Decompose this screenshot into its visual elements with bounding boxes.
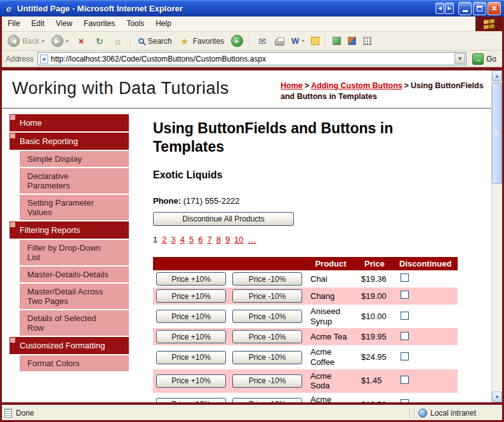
web-page: Working with Data Tutorials Home>Adding …: [2, 70, 491, 402]
page-header: Working with Data Tutorials Home>Adding …: [2, 70, 491, 109]
discontinued-checkbox[interactable]: [401, 332, 409, 340]
favorites-icon: ★: [179, 36, 190, 47]
menu-item-view[interactable]: View: [50, 16, 78, 31]
maximize-button[interactable]: [473, 2, 486, 15]
sidebar-item-setting-parameter-values[interactable]: Setting Parameter Values: [20, 195, 129, 220]
sidebar-item-simple-display[interactable]: Simple Display: [20, 151, 129, 167]
discontinued-checkbox[interactable]: [401, 399, 409, 402]
scroll-down-button[interactable]: ▼: [492, 392, 502, 402]
toolbar-separator: [326, 34, 326, 48]
scrollbar-thumb[interactable]: [492, 82, 502, 184]
menu-item-help[interactable]: Help: [150, 16, 177, 31]
price-up-button[interactable]: Price +10%: [156, 330, 226, 343]
print-button[interactable]: [272, 36, 288, 47]
sidebar-item-master-detail-across-two-pages[interactable]: Master/Detail Across Two Pages: [20, 284, 129, 309]
discuss-icon: [311, 37, 319, 45]
messenger-icon: [348, 37, 356, 45]
status-separator: [409, 408, 410, 418]
discontinued-cell: [393, 393, 458, 402]
discuss-button[interactable]: [308, 36, 322, 46]
pager-link-6[interactable]: 6: [198, 235, 202, 244]
menu-item-favorites[interactable]: Favorites: [78, 16, 121, 31]
sidebar-item-format-colors[interactable]: Format Colors: [20, 355, 129, 371]
price-up-button[interactable]: Price +10%: [156, 272, 226, 286]
mail-button[interactable]: ✉: [253, 34, 271, 48]
back-button[interactable]: ◀ Back ▾: [4, 34, 48, 48]
product-price: $19.00: [356, 287, 393, 305]
product-row-aniseed-syrup: Price +10%Price -10%Aniseed Syrup$10.00: [153, 305, 458, 328]
discontinued-checkbox[interactable]: [401, 291, 409, 299]
refresh-button[interactable]: ↻: [91, 34, 109, 48]
sidebar-item-declarative-parameters[interactable]: Declarative Parameters: [20, 168, 129, 194]
menu-item-file[interactable]: File: [2, 16, 25, 31]
minimize-button[interactable]: [458, 2, 472, 15]
price-up-button[interactable]: Price +10%: [156, 398, 226, 402]
favorites-button[interactable]: ★ Favorites: [176, 34, 227, 48]
breadcrumb-home-link[interactable]: Home: [281, 81, 303, 90]
sidebar-item-details-of-selected-row[interactable]: Details of Selected Row: [20, 310, 129, 336]
address-dropdown-button[interactable]: ▼: [454, 53, 465, 64]
sidebar-section-customized-formatting[interactable]: Customized Formatting: [10, 337, 129, 354]
price-up-button[interactable]: Price +10%: [156, 289, 226, 303]
close-button[interactable]: ×: [487, 2, 501, 15]
price-down-button[interactable]: Price -10%: [232, 398, 302, 402]
home-button[interactable]: ⌂: [109, 34, 127, 48]
nav-right-button[interactable]: ▶: [445, 3, 454, 14]
messenger-button[interactable]: [345, 36, 359, 46]
price-down-button[interactable]: Price -10%: [232, 272, 302, 286]
discontinued-checkbox[interactable]: [401, 274, 409, 282]
price-down-button[interactable]: Price -10%: [232, 374, 302, 388]
address-bar: Address e ▼ → Go: [2, 51, 502, 67]
phone-line: Phone: (171) 555-2222: [153, 196, 481, 206]
print-icon: [275, 39, 284, 46]
nav-left-button[interactable]: ◀: [435, 3, 444, 14]
research-button[interactable]: [360, 36, 375, 46]
menu-item-edit[interactable]: Edit: [25, 16, 50, 31]
msn-button[interactable]: [329, 36, 344, 46]
price-up-button[interactable]: Price +10%: [156, 374, 226, 388]
price-up-button[interactable]: Price +10%: [156, 310, 226, 323]
pager-link-10[interactable]: 10: [234, 235, 243, 244]
sidebar-item-master-details-details[interactable]: Master-Details-Details: [20, 267, 129, 282]
window-body: FileEditViewFavoritesToolsHelp ◀ Back ▾ …: [2, 16, 502, 420]
menu-logo: [475, 16, 502, 31]
discontinued-checkbox[interactable]: [401, 376, 409, 384]
price-down-button[interactable]: Price -10%: [232, 330, 302, 343]
breadcrumb-section-link[interactable]: Adding Custom Buttons: [311, 81, 402, 90]
address-input[interactable]: [51, 55, 452, 63]
pager-link-7[interactable]: 7: [207, 235, 211, 244]
pager-link-3[interactable]: 3: [171, 235, 175, 244]
scroll-up-button[interactable]: ▲: [492, 70, 502, 81]
go-button[interactable]: → Go: [470, 53, 498, 65]
pager-link-4[interactable]: 4: [180, 235, 185, 244]
pager-link-2[interactable]: 2: [162, 235, 166, 244]
pager-link-9[interactable]: 9: [225, 235, 230, 244]
sidebar-section-filtering-reports[interactable]: Filtering Reports: [10, 221, 129, 239]
price-down-button[interactable]: Price -10%: [232, 289, 302, 303]
edit-with-word-button[interactable]: W ▾: [288, 35, 307, 47]
price-up-button[interactable]: Price +10%: [156, 351, 226, 364]
pager-link-8[interactable]: 8: [216, 235, 221, 244]
price-down-button[interactable]: Price -10%: [232, 310, 302, 323]
menu-item-tools[interactable]: Tools: [121, 16, 150, 31]
product-price: $10.00: [356, 305, 393, 328]
scrollbar-track[interactable]: [492, 81, 502, 392]
status-zone: Local intranet: [418, 409, 500, 418]
sidebar-item-filter-by-drop-down-list[interactable]: Filter by Drop-Down List: [20, 240, 129, 265]
discontinued-cell: [393, 305, 458, 328]
price-down-button[interactable]: Price -10%: [232, 351, 302, 364]
discontinued-cell: [393, 287, 458, 305]
product-price: $19.95: [356, 328, 393, 345]
discontinued-checkbox[interactable]: [401, 352, 409, 360]
search-button[interactable]: Search: [134, 36, 175, 47]
stop-button[interactable]: ×: [72, 34, 90, 48]
sidebar-section-home[interactable]: Home: [10, 114, 129, 131]
discontinue-all-button[interactable]: Discontinue All Products: [153, 212, 294, 226]
pager-link-[interactable]: …: [248, 235, 256, 244]
product-row-acme-coffee: Price +10%Price -10%Acme Coffee$24.95: [153, 345, 458, 369]
media-button[interactable]: ▸: [228, 34, 246, 48]
discontinued-checkbox[interactable]: [401, 312, 409, 320]
sidebar-section-basic-reporting[interactable]: Basic Reporting: [10, 133, 129, 150]
forward-button[interactable]: ▶ ▾: [48, 34, 72, 48]
pager-link-5[interactable]: 5: [189, 235, 194, 244]
